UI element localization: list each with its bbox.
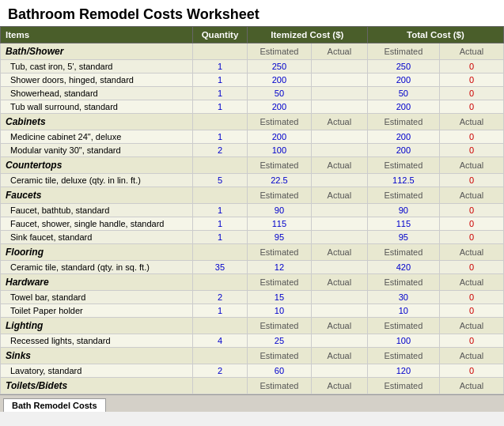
page-title: Bathroom Remodel Costs Worksheet (0, 0, 504, 26)
item-est-total: 50 (367, 87, 439, 100)
category-row: Faucets Estimated Actual Estimated Actua… (1, 187, 504, 204)
item-name: Towel bar, standard (1, 291, 193, 304)
category-name: Bath/Shower (1, 43, 193, 60)
item-act-cost (311, 100, 367, 114)
category-row: Lighting Estimated Actual Estimated Actu… (1, 318, 504, 334)
category-row: Bath/Shower Estimated Actual Estimated A… (1, 43, 504, 60)
item-name: Modular vanity 30", standard (1, 144, 193, 157)
table-row: Lavatory, standard 2 60 120 0 (1, 364, 504, 378)
item-act-cost (311, 304, 367, 318)
table-row: Showerhead, standard 1 50 50 0 (1, 87, 504, 100)
table-row: Shower doors, hinged, standard 1 200 200… (1, 74, 504, 87)
item-qty: 2 (193, 364, 248, 378)
item-est-total: 112.5 (367, 174, 439, 187)
item-act-total: 0 (439, 60, 503, 74)
category-name: Toilets/Bidets (1, 378, 193, 394)
item-est-cost: 50 (247, 87, 311, 100)
item-est-cost: 10 (247, 304, 311, 318)
item-act-cost (311, 364, 367, 378)
table-row: Ceramic tile, standard (qty. in sq. ft.)… (1, 261, 504, 274)
item-est-cost: 12 (247, 261, 311, 274)
category-row: Hardware Estimated Actual Estimated Actu… (1, 274, 504, 291)
category-row: Sinks Estimated Actual Estimated Actual (1, 348, 504, 364)
item-est-total: 250 (367, 60, 439, 74)
item-act-total: 0 (439, 291, 503, 304)
table-row: Medicine cabinet 24", deluxe 1 200 200 0 (1, 130, 504, 144)
item-qty: 5 (193, 174, 248, 187)
item-est-cost: 22.5 (247, 174, 311, 187)
item-est-cost: 200 (247, 130, 311, 144)
item-est-total: 200 (367, 130, 439, 144)
item-name: Sink faucet, standard (1, 231, 193, 244)
item-act-total: 0 (439, 74, 503, 87)
item-act-cost (311, 174, 367, 187)
table-row: Faucet, shower, single handle, standard … (1, 217, 504, 231)
item-qty: 1 (193, 231, 248, 244)
item-act-total: 0 (439, 100, 503, 114)
tab-bar: Bath Remodel Costs (0, 394, 504, 412)
item-act-total: 0 (439, 231, 503, 244)
item-est-cost: 25 (247, 334, 311, 348)
item-qty: 1 (193, 74, 248, 87)
item-est-total: 200 (367, 100, 439, 114)
table-row: Tub wall surround, standard 1 200 200 0 (1, 100, 504, 114)
item-name: Tub, cast iron, 5', standard (1, 60, 193, 74)
item-act-cost (311, 144, 367, 157)
item-qty: 1 (193, 217, 248, 231)
item-act-total: 0 (439, 217, 503, 231)
item-qty: 1 (193, 204, 248, 217)
item-name: Faucet, bathtub, standard (1, 204, 193, 217)
item-act-cost (311, 204, 367, 217)
item-qty: 1 (193, 60, 248, 74)
item-act-total: 0 (439, 261, 503, 274)
item-act-cost (311, 74, 367, 87)
item-qty: 1 (193, 304, 248, 318)
item-qty: 1 (193, 87, 248, 100)
item-qty: 2 (193, 291, 248, 304)
table-row: Towel bar, standard 2 15 30 0 (1, 291, 504, 304)
item-est-total: 420 (367, 261, 439, 274)
item-name: Ceramic tile, standard (qty. in sq. ft.) (1, 261, 193, 274)
table-row: Recessed lights, standard 4 25 100 0 (1, 334, 504, 348)
item-qty: 35 (193, 261, 248, 274)
item-act-cost (311, 291, 367, 304)
item-est-cost: 60 (247, 364, 311, 378)
item-est-cost: 200 (247, 100, 311, 114)
category-name: Hardware (1, 274, 193, 291)
item-est-cost: 95 (247, 231, 311, 244)
item-name: Lavatory, standard (1, 364, 193, 378)
item-name: Recessed lights, standard (1, 334, 193, 348)
table-row: Modular vanity 30", standard 2 100 200 0 (1, 144, 504, 157)
item-act-cost (311, 217, 367, 231)
table-row: Ceramic tile, deluxe (qty. in lin. ft.) … (1, 174, 504, 187)
item-act-total: 0 (439, 364, 503, 378)
item-act-total: 0 (439, 174, 503, 187)
item-act-total: 0 (439, 130, 503, 144)
total-cost-header: Total Cost ($) (367, 27, 503, 43)
category-name: Countertops (1, 157, 193, 174)
category-row: Flooring Estimated Actual Estimated Actu… (1, 244, 504, 261)
category-name: Faucets (1, 187, 193, 204)
item-est-total: 200 (367, 144, 439, 157)
item-est-cost: 115 (247, 217, 311, 231)
category-name: Flooring (1, 244, 193, 261)
item-est-total: 100 (367, 334, 439, 348)
item-est-cost: 90 (247, 204, 311, 217)
item-name: Faucet, shower, single handle, standard (1, 217, 193, 231)
item-name: Toilet Paper holder (1, 304, 193, 318)
items-header: Items (1, 27, 193, 43)
spreadsheet: Items Quantity Itemized Cost ($) Total C… (0, 26, 504, 394)
item-act-cost (311, 334, 367, 348)
table-row: Sink faucet, standard 1 95 95 0 (1, 231, 504, 244)
item-est-total: 120 (367, 364, 439, 378)
item-qty: 1 (193, 130, 248, 144)
category-row: Toilets/Bidets Estimated Actual Estimate… (1, 378, 504, 394)
item-est-total: 90 (367, 204, 439, 217)
item-act-total: 0 (439, 304, 503, 318)
item-name: Tub wall surround, standard (1, 100, 193, 114)
item-act-cost (311, 231, 367, 244)
item-name: Ceramic tile, deluxe (qty. in lin. ft.) (1, 174, 193, 187)
item-est-total: 115 (367, 217, 439, 231)
tab-bath-remodel[interactable]: Bath Remodel Costs (3, 398, 106, 412)
category-name: Sinks (1, 348, 193, 364)
